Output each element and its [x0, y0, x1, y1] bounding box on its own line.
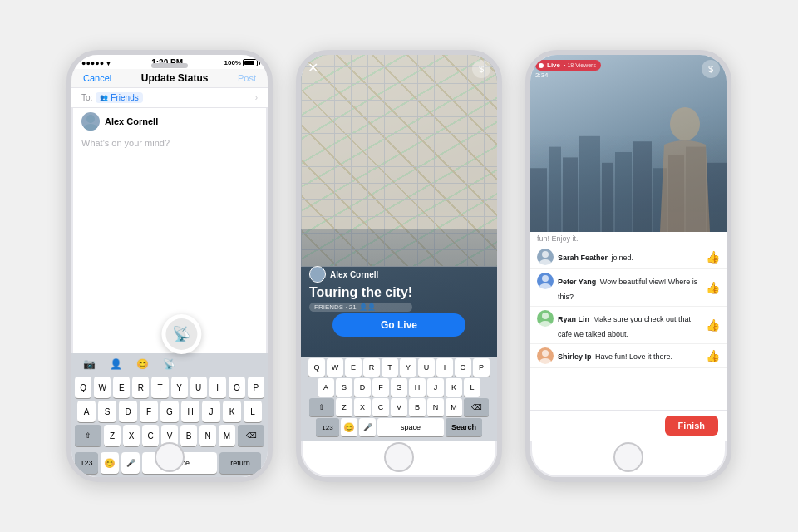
key2-t[interactable]: T — [382, 358, 398, 377]
viewers-count: • 18 Viewers — [564, 62, 596, 68]
key-x[interactable]: X — [123, 425, 140, 446]
key2-shift[interactable]: ⇧ — [309, 398, 334, 416]
finish-button[interactable]: Finish — [665, 416, 718, 436]
key2-m[interactable]: M — [446, 398, 462, 416]
key2-y[interactable]: Y — [400, 358, 416, 377]
key-i[interactable]: I — [209, 377, 226, 398]
camera-icon[interactable]: 📷 — [80, 357, 98, 372]
like-icon-1[interactable]: 👍 — [706, 250, 720, 264]
keyboard-rows: Q W E R T Y U I O P A S D F G H — [71, 375, 268, 452]
live-dot — [539, 63, 544, 68]
emoji-icon[interactable]: 😊 — [133, 357, 151, 372]
key2-w[interactable]: W — [327, 358, 343, 377]
key2-n[interactable]: N — [427, 398, 444, 416]
key-emoji[interactable]: 😊 — [101, 452, 119, 474]
key2-q[interactable]: Q — [308, 358, 325, 377]
key2-h[interactable]: H — [409, 378, 426, 397]
post-button[interactable]: Post — [238, 73, 256, 83]
cancel-button[interactable]: Cancel — [83, 73, 111, 83]
key2-z[interactable]: Z — [336, 398, 352, 416]
key-a[interactable]: A — [77, 401, 96, 422]
key-r[interactable]: R — [132, 377, 149, 398]
key2-space[interactable]: space — [377, 418, 444, 436]
key-z[interactable]: Z — [104, 425, 121, 446]
key-return[interactable]: return — [219, 452, 261, 474]
key-h[interactable]: H — [181, 401, 200, 422]
key-p[interactable]: P — [248, 377, 264, 398]
key2-x[interactable]: X — [354, 398, 371, 416]
key-f[interactable]: F — [140, 401, 158, 422]
key-l[interactable]: L — [244, 401, 262, 422]
live-broadcast-icon[interactable]: 📡 — [161, 314, 201, 354]
key-u[interactable]: U — [190, 377, 207, 398]
like-icon-4[interactable]: 👍 — [706, 349, 720, 362]
comment-avatar-2 — [537, 273, 554, 289]
key-o[interactable]: O — [229, 377, 245, 398]
key2-u[interactable]: U — [418, 358, 435, 377]
key2-v[interactable]: V — [391, 398, 407, 416]
finish-bar: Finish — [530, 410, 727, 441]
home-button-2[interactable] — [384, 442, 414, 472]
key-123[interactable]: 123 — [75, 452, 98, 474]
svg-rect-5 — [549, 147, 561, 232]
phone-2: ✕ $ Alex Cornell Touring the city! — [296, 50, 502, 482]
home-button-3[interactable] — [613, 442, 643, 472]
key-d[interactable]: D — [119, 401, 137, 422]
friends-selector[interactable]: 👥 Friends — [96, 92, 142, 103]
key2-f[interactable]: F — [372, 378, 389, 397]
key-shift[interactable]: ⇧ — [75, 425, 101, 446]
go-live-button[interactable]: Go Live — [332, 313, 466, 337]
search-button[interactable]: Search — [446, 418, 482, 436]
home-button-1[interactable] — [155, 442, 185, 472]
key2-l[interactable]: L — [464, 378, 480, 397]
key2-g[interactable]: G — [391, 378, 407, 397]
coins-button[interactable]: $ — [472, 60, 490, 78]
key-c[interactable]: C — [142, 425, 159, 446]
key2-c[interactable]: C — [372, 398, 389, 416]
key2-mic[interactable]: 🎤 — [359, 418, 376, 436]
svg-point-21 — [539, 321, 551, 327]
key-s[interactable]: S — [98, 401, 116, 422]
key2-e[interactable]: E — [345, 358, 362, 377]
key2-emoji[interactable]: 😊 — [341, 418, 357, 436]
comment-text-3: Ryan Lin Make sure you check out that ca… — [558, 310, 702, 340]
key-n[interactable]: N — [200, 425, 216, 446]
key-b[interactable]: B — [180, 425, 197, 446]
svg-rect-9 — [615, 152, 632, 232]
key-t[interactable]: T — [151, 377, 168, 398]
key-j[interactable]: J — [202, 401, 220, 422]
close-button[interactable]: ✕ — [308, 60, 318, 76]
key-mic[interactable]: 🎤 — [121, 452, 140, 474]
key-w[interactable]: W — [94, 377, 111, 398]
commenter-name-4: Shirley Ip — [558, 352, 592, 361]
key-delete[interactable]: ⌫ — [238, 425, 264, 446]
key-m[interactable]: M — [219, 425, 235, 446]
key-y[interactable]: Y — [171, 377, 188, 398]
key2-s[interactable]: S — [336, 378, 352, 397]
key-g[interactable]: G — [160, 401, 179, 422]
key2-123[interactable]: 123 — [316, 418, 339, 436]
key2-k[interactable]: K — [446, 378, 462, 397]
key-k[interactable]: K — [223, 401, 241, 422]
user-info-overlay: Alex Cornell Touring the city! FRIENDS ·… — [309, 266, 412, 312]
key2-b[interactable]: B — [409, 398, 426, 416]
key-e[interactable]: E — [113, 377, 130, 398]
key2-d[interactable]: D — [354, 378, 371, 397]
key2-r[interactable]: R — [363, 358, 380, 377]
phone2-body: ✕ $ Alex Cornell Touring the city! — [301, 55, 497, 441]
like-icon-2[interactable]: 👍 — [706, 281, 720, 294]
key2-a[interactable]: A — [318, 378, 334, 397]
key2-i[interactable]: I — [436, 358, 453, 377]
comments-section: fun! Enjoy it. Sarah Feather joined. 👍 — [530, 232, 727, 410]
key2-j[interactable]: J — [427, 378, 444, 397]
person-icon[interactable]: 👤 — [106, 357, 125, 372]
key2-p[interactable]: P — [473, 358, 490, 377]
coins-button-3[interactable]: $ — [702, 60, 720, 78]
like-icon-3[interactable]: 👍 — [706, 318, 720, 332]
friends-icon: 👥 — [100, 94, 108, 101]
live-icon-placeholder[interactable]: 📡 — [160, 357, 178, 372]
nav-bar-1: Cancel Update Status Post — [71, 69, 268, 88]
key2-o[interactable]: O — [455, 358, 471, 377]
key2-delete[interactable]: ⌫ — [464, 398, 489, 416]
key-q[interactable]: Q — [75, 377, 91, 398]
